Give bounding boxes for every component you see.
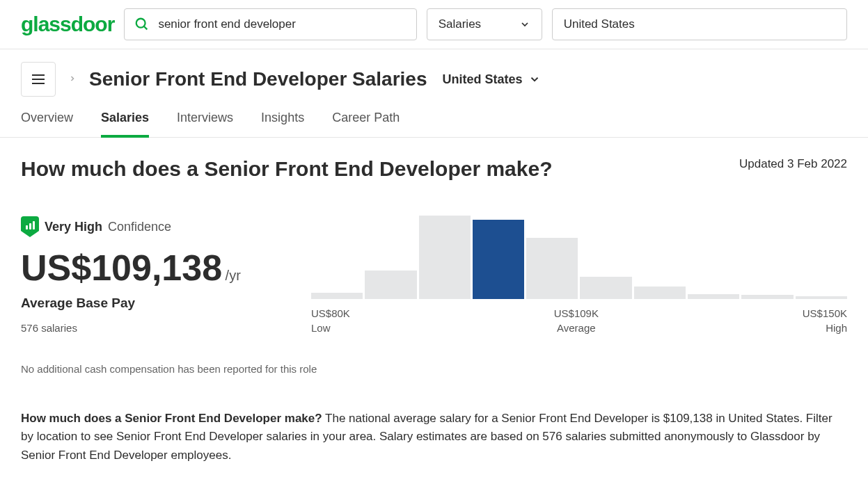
page-title: Senior Front End Developer Salaries <box>89 68 427 90</box>
description-question: How much does a Senior Front End Develop… <box>21 412 322 425</box>
chart-high-word: High <box>803 322 847 334</box>
salary-count: 576 salaries <box>21 322 241 334</box>
tab-interviews[interactable]: Interviews <box>177 111 233 137</box>
chart-bar <box>311 293 363 299</box>
chart-bar <box>634 287 686 299</box>
chart-bar <box>526 238 578 299</box>
updated-date: Updated 3 Feb 2022 <box>739 157 847 171</box>
breadcrumb-chevron <box>68 73 77 86</box>
chart-bar <box>688 294 739 299</box>
tab-overview[interactable]: Overview <box>21 111 73 137</box>
salary-amount: US$109,138 <box>21 248 222 288</box>
subheader: Senior Front End Developer Salaries Unit… <box>0 49 868 97</box>
confidence-level: Very High <box>45 220 102 234</box>
chart-avg-value: US$109K <box>554 307 599 319</box>
chart-bar <box>419 216 471 299</box>
chart-bar <box>365 271 416 299</box>
chart-bar <box>473 220 524 299</box>
chart-avg-word: Average <box>554 322 599 334</box>
location-value: United States <box>564 17 635 31</box>
description: How much does a Senior Front End Develop… <box>21 410 847 465</box>
tabs: Overview Salaries Interviews Insights Ca… <box>0 97 868 138</box>
category-value: Salaries <box>439 17 481 31</box>
tab-insights[interactable]: Insights <box>261 111 304 137</box>
chart-bar <box>796 296 847 299</box>
content: How much does a Senior Front End Develop… <box>0 138 868 484</box>
search-value: senior front end developer <box>158 17 296 31</box>
salary-unit: /yr <box>226 268 241 283</box>
chart-bar <box>741 295 793 299</box>
average-base-pay-label: Average Base Pay <box>21 296 241 311</box>
tab-salaries[interactable]: Salaries <box>101 111 149 138</box>
confidence-word: Confidence <box>108 220 171 234</box>
question-title: How much does a Senior Front End Develop… <box>21 157 553 181</box>
confidence-badge: Very High Confidence <box>21 216 241 237</box>
search-input[interactable]: senior front end developer <box>124 8 416 40</box>
compensation-note: No additional cash compensation has been… <box>21 363 847 375</box>
shield-icon <box>21 216 39 237</box>
chart-low-word: Low <box>311 322 350 334</box>
chevron-down-icon <box>519 19 530 30</box>
salary-distribution-chart: US$80K Low US$109K Average US$150K High <box>311 216 847 334</box>
chart-bar <box>580 277 631 299</box>
location-input[interactable]: United States <box>552 8 847 40</box>
svg-point-0 <box>136 19 145 28</box>
menu-button[interactable] <box>21 62 56 97</box>
chart-low-value: US$80K <box>311 307 350 319</box>
hamburger-icon <box>30 71 47 88</box>
location-dropdown-label: United States <box>442 72 522 87</box>
search-icon <box>134 17 150 32</box>
category-select[interactable]: Salaries <box>427 8 542 40</box>
salary-amount-row: US$109,138 /yr <box>21 250 241 286</box>
logo[interactable]: glassdoor <box>21 13 114 36</box>
chevron-right-icon <box>68 74 77 83</box>
svg-line-1 <box>144 26 148 30</box>
location-dropdown[interactable]: United States <box>442 72 540 87</box>
header: glassdoor senior front end developer Sal… <box>0 0 868 49</box>
chart-high-value: US$150K <box>803 307 847 319</box>
chevron-down-icon <box>528 73 541 86</box>
tab-career-path[interactable]: Career Path <box>332 111 400 137</box>
